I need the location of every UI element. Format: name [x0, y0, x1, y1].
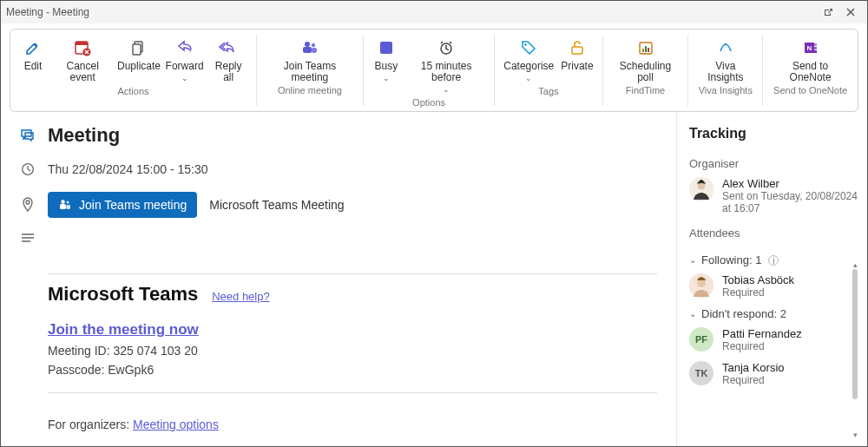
busy-button[interactable]: Busy⌄	[369, 33, 404, 95]
following-label: Following: 1	[701, 253, 761, 266]
attendee-row: PF Patti Fernandez Required	[689, 327, 852, 352]
options-group-label: Options	[412, 95, 445, 109]
ribbon: Edit Cancel event Duplicate Forward⌄	[10, 29, 858, 112]
join-meeting-now-link[interactable]: Join the meeting now	[48, 321, 199, 339]
avatar	[689, 273, 713, 298]
edit-button[interactable]: Edit	[16, 33, 50, 84]
private-button[interactable]: Private	[557, 33, 596, 84]
duplicate-button[interactable]: Duplicate	[115, 33, 162, 84]
didnt-respond-label: Didn't respond: 2	[701, 307, 786, 320]
meeting-location: Microsoft Teams Meeting	[209, 198, 344, 212]
svg-rect-21	[814, 47, 817, 49]
location-icon	[20, 197, 36, 213]
window-title: Meeting - Meeting	[6, 6, 89, 18]
didnt-respond-fold[interactable]: ⌄ Didn't respond: 2	[689, 307, 852, 320]
join-teams-meeting-button[interactable]: Join Teams meeting	[262, 33, 358, 83]
svg-rect-7	[303, 47, 312, 53]
tags-group-label: Tags	[538, 84, 558, 98]
join-button-label: Join Teams meeting	[79, 198, 187, 212]
organiser-sent: Sent on Tuesday, 20/08/2024 at 16:07	[722, 190, 858, 214]
svg-text:N: N	[806, 44, 812, 52]
join-teams-meeting-main-button[interactable]: Join Teams meeting	[48, 192, 197, 218]
join-teams-label: Join Teams meeting	[266, 59, 354, 83]
attendee-row: Tobias Asböck Required	[689, 273, 852, 299]
scheduling-poll-button[interactable]: Scheduling poll	[608, 33, 683, 83]
chat-icon	[20, 128, 36, 143]
avatar	[689, 177, 713, 201]
attendees-label: Attendees	[689, 227, 858, 240]
following-fold[interactable]: ⌄ Following: 1 i	[689, 253, 852, 266]
svg-rect-22	[814, 50, 817, 53]
meeting-body: Microsoft Teams Need help? Join the meet…	[48, 273, 657, 431]
reminder-button[interactable]: 15 minutes before ⌄	[404, 33, 489, 95]
svg-rect-4	[133, 44, 141, 55]
private-label: Private	[561, 59, 593, 83]
attendee-status: Required	[722, 374, 785, 386]
meeting-details-pane: Meeting Thu 22/08/2024 15:00 - 15:30 Joi…	[1, 112, 676, 446]
svg-rect-1	[76, 42, 88, 45]
svg-rect-28	[67, 205, 71, 209]
svg-point-25	[61, 200, 64, 203]
attendee-name: Tobias Asböck	[722, 273, 794, 286]
clock-icon	[20, 162, 36, 176]
duplicate-label: Duplicate	[117, 59, 161, 83]
attendee-name: Patti Fernandez	[722, 327, 802, 340]
tracking-heading: Tracking	[689, 126, 858, 141]
busy-label: Busy⌄	[375, 59, 398, 84]
categorise-button[interactable]: Categorise⌄	[500, 33, 557, 84]
info-icon[interactable]: i	[768, 255, 779, 266]
onenote-group-label: Send to OneNote	[773, 83, 847, 97]
window-titlebar: Meeting - Meeting	[1, 1, 867, 23]
viva-label: Viva Insights	[697, 59, 753, 83]
svg-point-17	[725, 43, 727, 45]
svg-rect-8	[312, 48, 317, 53]
passcode-line: Passcode: EwGpk6	[48, 363, 657, 377]
svg-rect-12	[572, 47, 582, 54]
edit-label: Edit	[24, 59, 43, 83]
organizers-line: For organizers: Meeting options	[48, 417, 657, 431]
svg-point-11	[524, 43, 527, 46]
need-help-link[interactable]: Need help?	[212, 290, 270, 303]
teams-title: Microsoft Teams	[48, 283, 198, 306]
viva-group-label: Viva Insights	[699, 83, 753, 97]
meeting-datetime: Thu 22/08/2024 15:00 - 15:30	[48, 162, 207, 176]
organiser-person: Alex Wilber Sent on Tuesday, 20/08/2024 …	[689, 177, 858, 214]
chevron-down-icon: ⌄	[689, 309, 696, 319]
forward-label: Forward⌄	[166, 59, 204, 84]
scrollbar[interactable]: ▴ ▾	[852, 247, 858, 439]
tracking-pane: Tracking Organiser Alex Wilber Sent on T…	[676, 112, 867, 446]
svg-rect-20	[814, 43, 817, 46]
organiser-name: Alex Wilber	[722, 177, 858, 190]
cancel-event-label: Cancel event	[54, 59, 111, 83]
avatar: TK	[689, 361, 713, 385]
description-icon	[20, 233, 36, 244]
svg-rect-9	[380, 42, 392, 54]
attendee-row: TK Tanja Korsio Required	[689, 361, 852, 386]
send-to-onenote-button[interactable]: N Send to OneNote	[768, 33, 852, 83]
scheduling-poll-label: Scheduling poll	[612, 59, 680, 83]
svg-rect-15	[645, 46, 647, 52]
online-meeting-group-label: Online meeting	[278, 83, 342, 97]
meeting-id-line: Meeting ID: 325 074 103 20	[48, 344, 657, 358]
attendee-status: Required	[722, 286, 794, 299]
close-icon[interactable]	[839, 4, 862, 20]
cancel-event-button[interactable]: Cancel event	[50, 33, 115, 84]
popout-icon[interactable]	[817, 4, 839, 20]
scroll-thumb[interactable]	[852, 269, 858, 399]
attendee-status: Required	[722, 340, 802, 352]
chevron-down-icon: ⌄	[689, 255, 696, 265]
onenote-label: Send to OneNote	[772, 59, 849, 83]
scroll-up-arrow[interactable]: ▴	[853, 260, 858, 269]
svg-point-26	[66, 200, 69, 203]
avatar: PF	[689, 327, 713, 352]
meeting-options-link[interactable]: Meeting options	[133, 417, 219, 431]
viva-insights-button[interactable]: Viva Insights	[694, 33, 757, 83]
meeting-subject: Meeting	[48, 124, 120, 147]
forward-button[interactable]: Forward⌄	[163, 33, 207, 84]
svg-rect-14	[642, 49, 644, 52]
categorise-label: Categorise⌄	[503, 59, 554, 84]
reply-all-button[interactable]: Reply all	[206, 33, 251, 84]
svg-point-5	[305, 42, 310, 47]
svg-point-6	[312, 43, 315, 47]
scroll-down-arrow[interactable]: ▾	[853, 431, 858, 439]
